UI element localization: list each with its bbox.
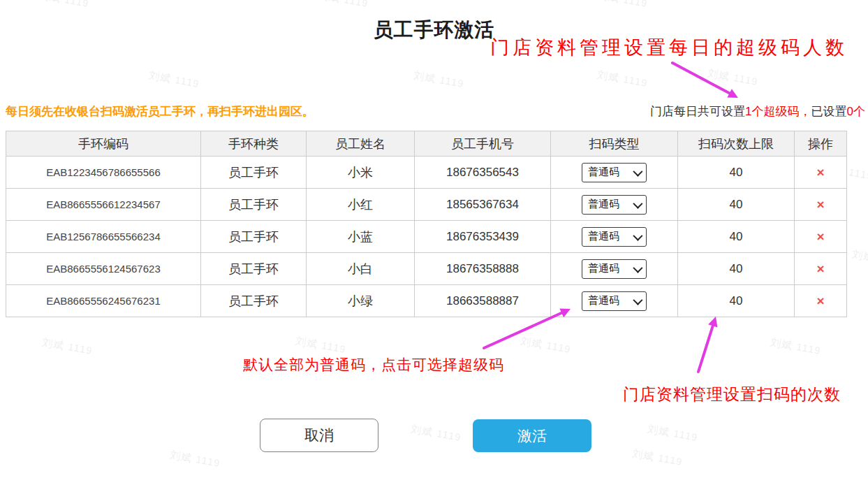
delete-icon[interactable]: × [816, 230, 824, 243]
cell-emp-name: 小白 [307, 253, 415, 285]
header-emp-phone: 员工手机号 [415, 131, 551, 157]
cell-scan-limit: 40 [678, 253, 795, 285]
scan-type-select[interactable]: 普通码 [582, 227, 647, 247]
cell-actions: × [795, 253, 847, 285]
delete-icon[interactable]: × [816, 166, 824, 179]
cell-scan-type: 普通码 [551, 221, 678, 253]
wristband-table: 手环编码 手环种类 员工姓名 员工手机号 扫码类型 扫码次数上限 操作 EAB1… [6, 131, 847, 317]
watermark-text: 刘斌 1119 [707, 67, 759, 89]
employee-band-activation-page: 刘斌 1119刘斌 1119刘斌 1119刘斌 1119刘斌 1119刘斌 11… [0, 0, 868, 478]
header-scan-type: 扫码类型 [551, 131, 678, 157]
quota-status-limit: 1个超级码， [745, 105, 811, 118]
chevron-down-icon [633, 166, 642, 176]
scan-type-value: 普通码 [588, 262, 619, 275]
watermark-text: 刘斌 1119 [851, 248, 868, 270]
watermark-text: 刘斌 1119 [770, 336, 822, 358]
watermark-text: 刘斌 1119 [41, 336, 94, 358]
cell-emp-name: 小蓝 [307, 221, 415, 253]
delete-icon[interactable]: × [816, 262, 824, 275]
delete-icon[interactable]: × [816, 198, 824, 211]
watermark-text: 刘斌 1119 [169, 449, 221, 470]
cell-actions: × [795, 285, 847, 317]
arrow-head [708, 317, 717, 327]
scan-type-value: 普通码 [588, 294, 619, 307]
table-row: EAB1256786655566234员工手环小蓝18676353439普通码4… [6, 221, 847, 253]
cell-emp-phone: 18565367634 [415, 189, 551, 221]
cell-scan-limit: 40 [678, 157, 795, 189]
watermark-text: 刘斌 1119 [317, 0, 369, 10]
cell-emp-name: 小红 [307, 189, 415, 221]
table-row: EAB8665556612234567员工手环小红18565367634普通码4… [6, 189, 847, 221]
watermark-text: 刘斌 1119 [596, 0, 649, 10]
quota-status-text2: 已设置 [811, 105, 847, 118]
watermark-text: 刘斌 1119 [410, 423, 462, 444]
watermark-text: 刘斌 1119 [520, 335, 572, 356]
scan-type-select[interactable]: 普通码 [582, 195, 647, 215]
table-row: EAB8665556124567623员工手环小白18676358888普通码4… [6, 253, 847, 285]
annotation-supercode-quota: 门店资料管理设置每日的超级码人数 [490, 35, 848, 60]
scan-type-value: 普通码 [588, 198, 619, 211]
cell-scan-type: 普通码 [551, 189, 678, 221]
cell-scan-type: 普通码 [551, 285, 678, 317]
watermark-text: 刘斌 1119 [596, 68, 649, 90]
cell-emp-phone: 18676358888 [415, 253, 551, 285]
header-scan-limit: 扫码次数上限 [678, 131, 795, 157]
watermark-text: 刘斌 1119 [295, 335, 347, 356]
chevron-down-icon [633, 263, 642, 273]
cell-band-type: 员工手环 [201, 221, 307, 253]
delete-icon[interactable]: × [816, 294, 824, 307]
chevron-down-icon [633, 231, 642, 240]
cell-band-code: EAB1256786655566234 [6, 221, 201, 253]
chevron-down-icon [633, 198, 642, 208]
cell-band-type: 员工手环 [201, 285, 307, 317]
header-band-code: 手环编码 [6, 131, 201, 157]
cell-band-type: 员工手环 [201, 253, 307, 285]
scan-type-select[interactable]: 普通码 [582, 259, 647, 279]
watermark-text: 刘斌 1119 [148, 69, 200, 91]
table-row: EAB8665556245676231员工手环小绿18663588887普通码4… [6, 285, 847, 317]
watermark-text: 刘斌 1119 [631, 447, 684, 469]
cell-actions: × [795, 221, 847, 253]
scan-type-select[interactable]: 普通码 [582, 163, 647, 182]
cell-actions: × [795, 157, 847, 189]
table-row: EAB1223456786655566员工手环小米18676356543普通码4… [6, 157, 847, 189]
quota-status: 门店每日共可设置1个超级码，已设置0个 [650, 103, 865, 120]
cell-scan-limit: 40 [678, 221, 795, 253]
watermark-text: 刘斌 1119 [413, 69, 465, 91]
watermark-text: 刘斌 1119 [38, 0, 90, 10]
cell-band-type: 员工手环 [201, 189, 307, 221]
cancel-button[interactable]: 取消 [260, 419, 378, 452]
chevron-down-icon [633, 295, 642, 305]
cell-emp-name: 小米 [307, 157, 415, 189]
cell-scan-limit: 40 [678, 189, 795, 221]
cell-band-code: EAB8665556245676231 [6, 285, 201, 317]
activate-button[interactable]: 激活 [473, 419, 591, 452]
cell-scan-limit: 40 [678, 285, 795, 317]
cell-emp-phone: 18676356543 [415, 157, 551, 189]
header-band-type: 手环种类 [201, 131, 307, 157]
cell-band-code: EAB8665556612234567 [6, 189, 201, 221]
cell-band-code: EAB8665556124567623 [6, 253, 201, 285]
daily-activation-notice: 每日须先在收银台扫码激活员工手环，再扫手环进出园区。 [6, 103, 314, 120]
scan-type-select[interactable]: 普通码 [582, 291, 647, 311]
header-actions: 操作 [795, 131, 847, 157]
cell-emp-name: 小绿 [307, 285, 415, 317]
scan-type-value: 普通码 [588, 230, 619, 243]
quota-status-used: 0个 [847, 105, 865, 118]
cell-band-code: EAB1223456786655566 [6, 157, 201, 189]
header-emp-name: 员工姓名 [307, 131, 415, 157]
cell-emp-phone: 18676353439 [415, 221, 551, 253]
cell-actions: × [795, 189, 847, 221]
annotation-scan-count-setting: 门店资料管理设置扫码的次数 [623, 384, 841, 405]
cell-emp-phone: 18663588887 [415, 285, 551, 317]
watermark-text: 刘斌 1119 [647, 423, 699, 444]
table-header-row: 手环编码 手环种类 员工姓名 员工手机号 扫码类型 扫码次数上限 操作 [6, 131, 847, 157]
cell-band-type: 员工手环 [201, 157, 307, 189]
annotation-default-normal-code: 默认全部为普通码，点击可选择超级码 [243, 355, 504, 375]
quota-status-text: 门店每日共可设置 [650, 105, 745, 118]
scan-type-value: 普通码 [588, 166, 619, 179]
cell-scan-type: 普通码 [551, 157, 678, 189]
cell-scan-type: 普通码 [551, 253, 678, 285]
arrow-head [727, 89, 738, 98]
